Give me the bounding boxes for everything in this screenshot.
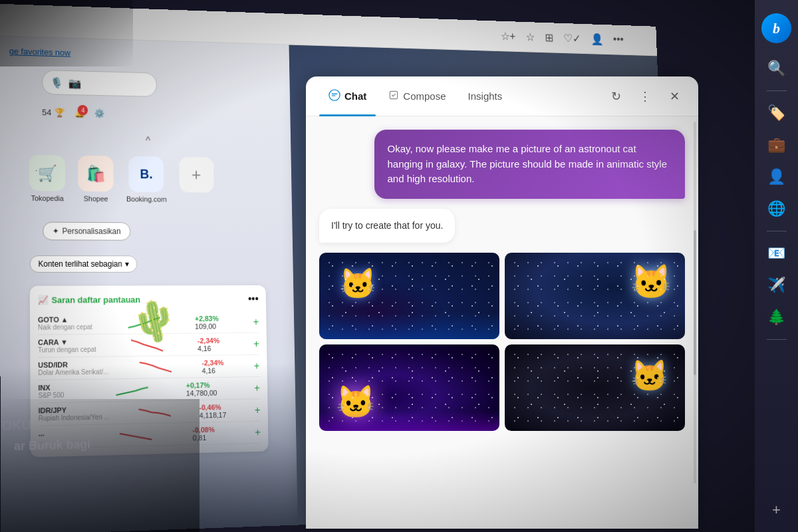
score-value: 54	[42, 108, 51, 118]
refresh-icon: ↻	[611, 89, 621, 104]
sidebar-user-btn[interactable]: 👤	[763, 164, 790, 190]
stats-row: 54 🏆 🔔 4 ⚙️	[9, 106, 281, 122]
stock-change-cara: -2,34%	[198, 336, 219, 344]
more-icon[interactable]: •••	[613, 33, 624, 46]
chat-panel: Chat Compose Insights ↻ ⋮ ✕	[306, 76, 698, 529]
stock-name-cara: CARA ▼	[38, 338, 96, 346]
scroll-thumb[interactable]	[694, 230, 696, 375]
shopee-label: Shopee	[84, 195, 108, 203]
mic-icon: 🎙️	[51, 76, 64, 89]
generated-image-1[interactable]	[319, 253, 499, 339]
plant-decoration: 🌵	[127, 294, 182, 348]
stars-1	[319, 253, 499, 339]
sidebar-add-btn[interactable]: +	[772, 501, 781, 519]
toolbar-icons: ☆+ ☆ ⊞ ♡✓ 👤 •••	[500, 29, 624, 47]
sidebar-teams-icon: ✈️	[767, 277, 785, 294]
search-input[interactable]: 🎙️ 📷	[42, 70, 157, 97]
sidebar-briefcase-btn[interactable]: 💼	[763, 132, 790, 158]
filter-label: Konten terlihat sebagian	[38, 259, 122, 269]
generated-image-3[interactable]	[319, 344, 499, 431]
generated-image-2[interactable]	[505, 253, 685, 339]
stars-2	[505, 253, 685, 339]
stock-sub-cara: Turun dengan cepat	[38, 346, 96, 354]
add-goto-btn[interactable]: +	[253, 316, 259, 328]
add-icon: +	[179, 157, 213, 193]
insights-tab-label: Insights	[468, 90, 503, 102]
settings-icon: ⚙️	[94, 108, 105, 118]
app-shopee[interactable]: 🛍️ Shopee	[78, 156, 114, 203]
more-options-btn[interactable]: ⋮	[634, 86, 656, 107]
sidebar-divider-1	[767, 90, 787, 91]
sidebar-divider-3	[767, 339, 787, 340]
apps-grid: 🛒 Tokopedia 🛍️ Shopee B. Booking.com +	[9, 148, 283, 210]
add-favorite-icon[interactable]: ☆+	[500, 29, 515, 43]
sidebar-copilot-btn[interactable]: 🌐	[763, 196, 790, 222]
profile-icon[interactable]: 👤	[591, 33, 603, 46]
stock-title: 📈 Saran daftar pantauan	[38, 295, 140, 305]
sidebar-search-btn[interactable]: 🔍	[763, 55, 790, 82]
personalize-label: Personalisasikan	[62, 227, 120, 236]
stock-change-goto: +2,83%	[195, 315, 219, 323]
generated-image-4[interactable]	[505, 344, 685, 431]
tab-insights[interactable]: Insights	[459, 85, 512, 107]
favorites-icon[interactable]: ☆	[525, 30, 535, 43]
stock-more-icon[interactable]: •••	[248, 293, 259, 305]
sidebar-outlook-btn[interactable]: 📧	[763, 240, 790, 267]
add-app-btn[interactable]: +	[179, 157, 214, 203]
ai-message-text: I'll try to create that for you.	[331, 220, 443, 231]
dark-text-buruk: ar Buruk bagi	[14, 438, 90, 454]
tab-chat[interactable]: Chat	[319, 84, 376, 108]
dark-text-toko: TOKU	[0, 418, 31, 434]
chat-tabs-header: Chat Compose Insights ↻ ⋮ ✕	[306, 76, 698, 116]
scroll-track	[694, 122, 696, 483]
generated-images-grid	[319, 253, 685, 431]
stock-value-goto: 109,00	[195, 322, 219, 330]
trophy-icon: 🏆	[55, 108, 65, 118]
settings-btn[interactable]: ⚙️	[94, 108, 105, 118]
tab-actions: ↻ ⋮ ✕	[605, 86, 685, 107]
health-icon[interactable]: ♡✓	[563, 31, 581, 45]
browser-content: ge favorites now 🎙️ 📷 54 🏆 🔔 4	[0, 36, 298, 532]
sidebar-tree-btn[interactable]: 🌲	[763, 304, 790, 331]
chat-tab-label: Chat	[344, 90, 366, 102]
right-sidebar: b 🔍 🏷️ 💼 👤 🌐 📧 ✈️ 🌲 +	[755, 0, 798, 532]
chat-tab-icon	[329, 89, 340, 103]
content-filter: Konten terlihat sebagian ▾	[10, 249, 284, 279]
sidebar-user-icon: 👤	[767, 168, 785, 186]
shopee-icon: 🛍️	[78, 156, 114, 192]
bing-logo-btn[interactable]: b	[761, 13, 791, 43]
sidebar-outlook-icon: 📧	[767, 245, 785, 262]
chat-messages[interactable]: Okay, now please make me a picture of an…	[306, 116, 698, 529]
sidebar-search-icon: 🔍	[767, 60, 785, 77]
compose-tab-icon	[388, 90, 399, 102]
user-message: Okay, now please make me a picture of an…	[374, 130, 686, 199]
user-message-text: Okay, now please make me a picture of an…	[388, 143, 668, 184]
stock-value-cara: 4,16	[198, 344, 219, 352]
sidebar-tag-btn[interactable]: 🏷️	[763, 100, 790, 126]
trending-icon: 📈	[38, 295, 49, 305]
search-bar-area: 🎙️ 📷	[9, 69, 281, 100]
sidebar-copilot-icon: 🌐	[767, 200, 785, 217]
app-booking[interactable]: B. Booking.com	[126, 156, 166, 203]
personalize-section: ✦ Personalisasikan	[10, 218, 284, 244]
sidebar-briefcase-icon: 💼	[767, 136, 785, 154]
app-tokopedia[interactable]: 🛒 Tokopedia	[29, 155, 65, 202]
personalize-btn[interactable]: ✦ Personalisasikan	[43, 222, 130, 241]
tokopedia-icon: 🛒	[29, 155, 65, 192]
svg-point-0	[329, 90, 340, 100]
booking-label: Booking.com	[126, 195, 167, 203]
compose-tab-label: Compose	[403, 90, 446, 102]
personalize-icon: ✦	[53, 227, 59, 236]
notification-bell[interactable]: 🔔 4	[74, 108, 85, 118]
content-filter-dropdown[interactable]: Konten terlihat sebagian ▾	[30, 255, 138, 273]
collections-icon[interactable]: ⊞	[545, 31, 553, 44]
favorites-link[interactable]: ge favorites now	[9, 46, 281, 63]
camera-icon: 📷	[68, 76, 81, 89]
stock-sub-goto: Naik dengan cepat	[38, 323, 92, 331]
tab-compose[interactable]: Compose	[379, 84, 455, 108]
close-btn[interactable]: ✕	[664, 86, 685, 107]
add-cara-btn[interactable]: +	[253, 338, 259, 350]
more-dots-icon: ⋮	[639, 89, 651, 104]
refresh-btn[interactable]: ↻	[605, 86, 626, 107]
sidebar-teams-btn[interactable]: ✈️	[763, 272, 790, 299]
